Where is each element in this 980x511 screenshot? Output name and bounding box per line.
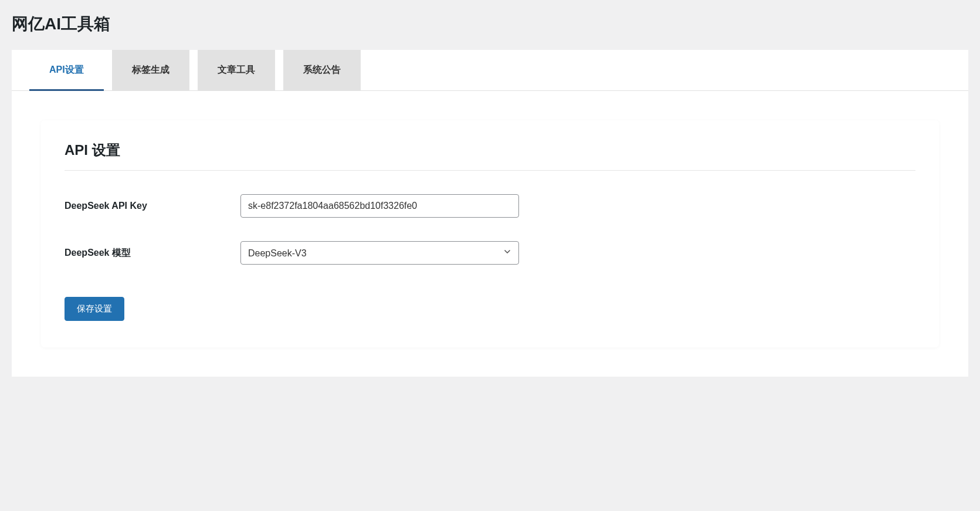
settings-panel: API 设置 DeepSeek API Key DeepSeek 模型 Deep… (41, 120, 939, 347)
tab-api-settings[interactable]: API设置 (29, 50, 104, 90)
api-key-input[interactable] (240, 194, 519, 218)
panel-actions: 保存设置 (65, 297, 915, 321)
save-button[interactable]: 保存设置 (65, 297, 124, 321)
model-label: DeepSeek 模型 (65, 247, 240, 259)
model-select[interactable]: DeepSeek-V3 (240, 241, 519, 265)
tab-tag-generation[interactable]: 标签生成 (112, 50, 189, 90)
tab-article-tools[interactable]: 文章工具 (198, 50, 275, 90)
tab-system-notice[interactable]: 系统公告 (283, 50, 361, 90)
tab-content: API 设置 DeepSeek API Key DeepSeek 模型 Deep… (12, 91, 968, 377)
form-row-model: DeepSeek 模型 DeepSeek-V3 (65, 241, 915, 265)
api-key-label: DeepSeek API Key (65, 201, 240, 211)
panel-title: API 设置 (65, 141, 915, 171)
page-title: 网亿AI工具箱 (12, 13, 968, 35)
tab-bar: API设置 标签生成 文章工具 系统公告 (12, 50, 968, 91)
form-row-api-key: DeepSeek API Key (65, 194, 915, 218)
tabs-container: API设置 标签生成 文章工具 系统公告 API 设置 DeepSeek API… (12, 50, 968, 377)
